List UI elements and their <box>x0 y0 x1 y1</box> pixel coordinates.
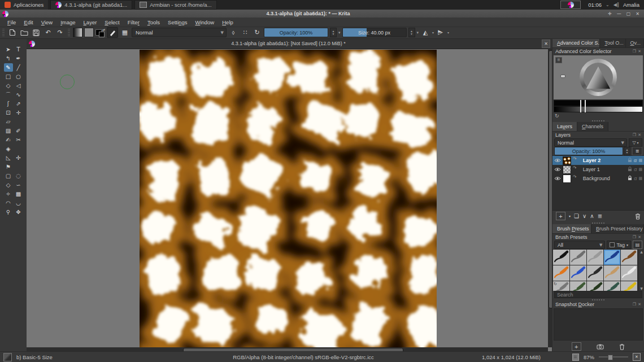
tag-filter-select[interactable]: All ▼ <box>554 241 605 249</box>
inherit-alpha-icon[interactable]: ▩ <box>638 167 642 172</box>
float-docker-icon[interactable]: ❐ <box>633 133 636 137</box>
ink-pen-gray[interactable]: ↻ <box>570 250 586 265</box>
document-image[interactable] <box>140 50 437 347</box>
color-selector-settings-icon[interactable]: ☰ <box>555 57 562 63</box>
document-size-info[interactable]: 1,024 x 1,024 (12.0 MiB) <box>455 354 568 360</box>
add-layer-dropdown[interactable]: ▾ <box>569 214 571 218</box>
layer-lock-icon[interactable] <box>628 167 632 173</box>
polygon-tool[interactable]: ◇ <box>4 81 13 90</box>
fg-bg-color-swatch[interactable]: ⇄ <box>95 28 105 37</box>
ellipse-tool[interactable]: ○ <box>14 72 23 81</box>
close-docker-icon[interactable]: ✕ <box>638 133 641 137</box>
contiguous-select-tool[interactable]: ▩ <box>14 190 23 198</box>
fill-tool[interactable]: ◈ <box>4 145 13 153</box>
menu-item[interactable]: Image <box>56 19 79 25</box>
text-tool[interactable]: T <box>14 45 23 54</box>
brush-search-input[interactable] <box>554 291 642 298</box>
chevron-down-icon[interactable]: ▾ <box>338 30 341 35</box>
zoom-slider[interactable] <box>599 354 628 360</box>
shape-select-tool[interactable]: ➤ <box>4 45 13 54</box>
undo-button[interactable]: ↶ <box>43 28 53 37</box>
save-button[interactable] <box>31 28 41 37</box>
shade-icon[interactable]: ✛ <box>608 11 612 16</box>
layer-visibility-icon[interactable] <box>554 167 561 172</box>
switch-to-snapshot-button[interactable] <box>597 344 604 350</box>
float-docker-icon[interactable]: ❐ <box>633 302 636 307</box>
window-switcher-preview[interactable] <box>560 1 581 9</box>
chevron-down-icon[interactable]: ▾ <box>432 30 434 34</box>
layer-opacity-slider[interactable]: Opacity: 100% <box>554 147 623 155</box>
freehand-path-tool[interactable]: ∿ <box>14 90 23 99</box>
color-selector-widget[interactable]: ☰ <box>554 55 643 99</box>
reference-images-tool[interactable]: ⚑ <box>4 163 13 171</box>
bezier-curve-tool[interactable]: ⌒ <box>4 90 13 99</box>
toolbar-grip[interactable] <box>2 29 5 37</box>
rect-select-tool[interactable]: ▢ <box>4 172 13 180</box>
chevron-down-icon[interactable]: ▾ <box>447 30 449 34</box>
color-history-bar[interactable] <box>554 100 643 106</box>
menu-item[interactable]: Select <box>101 19 123 25</box>
pen-brown[interactable]: ↻ <box>621 250 637 265</box>
docker-tab[interactable]: Layers <box>552 122 577 131</box>
remove-snapshot-button[interactable] <box>619 343 625 350</box>
zoom-tool[interactable]: ⚲ <box>4 208 13 216</box>
alpha-lock-icon[interactable]: α <box>634 158 637 163</box>
subwindow-titlebar[interactable]: 4.3.1-alpha (git aba6da1): [Not Saved] (… <box>27 38 552 49</box>
gradient-chooser[interactable] <box>73 28 82 37</box>
zoom-percentage[interactable]: 87% <box>584 354 594 360</box>
polyline-tool[interactable]: ◁ <box>14 81 23 90</box>
duplicate-layer-button[interactable]: ❏ <box>574 213 579 219</box>
chevron-down-icon[interactable]: ▾ <box>417 30 419 35</box>
magnetic-select-tool[interactable]: ◡ <box>14 199 23 207</box>
window-titlebar[interactable]: 4.3.1-alpha (git aba6da1): * — Krita ✛ —… <box>0 10 644 18</box>
tag-toggle-button[interactable]: Tag ▾ <box>607 241 631 249</box>
docker-tab[interactable]: Ov... <box>626 38 644 47</box>
minimize-icon[interactable]: — <box>617 11 621 16</box>
layer-row[interactable]: ↷ Layer 1 α ▩ <box>552 165 644 174</box>
clock[interactable]: 01:06 <box>588 2 602 8</box>
rectangle-tool[interactable]: □ <box>4 72 13 81</box>
new-document-button[interactable] <box>7 28 18 37</box>
layer-view-options-button[interactable]: ≣ <box>632 147 642 155</box>
pan-tool[interactable]: ✥ <box>14 208 23 216</box>
inherit-alpha-icon[interactable]: ▩ <box>638 158 642 163</box>
brush-preview-icon[interactable] <box>3 353 12 361</box>
menu-item[interactable]: Help <box>218 19 237 25</box>
create-snapshot-button[interactable]: + <box>572 342 581 351</box>
presets-view-mode-button[interactable]: ▤ <box>633 241 642 249</box>
memory-usage-icon[interactable] <box>572 354 579 361</box>
canvas-only-mode-button[interactable]: ✕ <box>633 353 641 361</box>
move-layer-up-button[interactable]: ∧ <box>590 213 594 219</box>
pencil-white[interactable]: ↻ <box>621 265 637 281</box>
taskbar-item-terminal[interactable]: Armbian - scrot /home/a... <box>134 0 216 10</box>
multibrush-tool[interactable]: ⇗ <box>14 99 23 108</box>
close-docker-icon[interactable]: ✕ <box>638 235 641 239</box>
delete-layer-button[interactable] <box>635 213 641 220</box>
gradient-tool[interactable]: ▨ <box>4 127 13 135</box>
pencil-blue[interactable]: ↻ <box>570 265 586 281</box>
ink-pen-black[interactable]: ↻ <box>553 250 569 265</box>
opacity-spinner[interactable]: ▲▼ <box>330 28 337 37</box>
menu-item[interactable]: Window <box>191 19 218 25</box>
pencil-gray-reload[interactable]: ↻ <box>553 281 569 291</box>
brush-grid-scrollbar[interactable]: ▲▼ <box>639 249 644 291</box>
edit-brush-settings-button[interactable] <box>107 27 118 38</box>
bezier-select-tool[interactable]: ◠ <box>4 199 13 207</box>
similar-select-tool[interactable]: ✧ <box>4 190 13 198</box>
maximize-icon[interactable]: ▢ <box>626 11 631 16</box>
freehand-select-tool[interactable]: ∽ <box>14 181 23 189</box>
assistants-tool[interactable]: ✢ <box>14 154 23 162</box>
open-document-button[interactable] <box>19 28 29 37</box>
dynamic-brush-tool[interactable]: ʃ <box>4 99 13 108</box>
opacity-slider[interactable]: Opacity: 100% <box>264 28 328 37</box>
redo-button[interactable]: ↷ <box>55 28 65 37</box>
lightness-bar[interactable] <box>554 106 643 112</box>
swap-colors-icon[interactable]: ⇄ <box>102 28 105 32</box>
pencil-yellow[interactable]: ↻ <box>621 281 637 291</box>
blending-mode-select[interactable]: Normal ▼ <box>132 28 227 37</box>
mirror-horizontal-button[interactable]: ◭ <box>420 28 430 37</box>
choose-brush-preset-button[interactable]: ▦ <box>120 28 130 37</box>
layer-row[interactable]: ↷ Layer 2 α ▩ <box>552 156 644 165</box>
float-docker-icon[interactable]: ❐ <box>633 235 636 239</box>
zoom-slider-thumb[interactable] <box>608 355 613 360</box>
